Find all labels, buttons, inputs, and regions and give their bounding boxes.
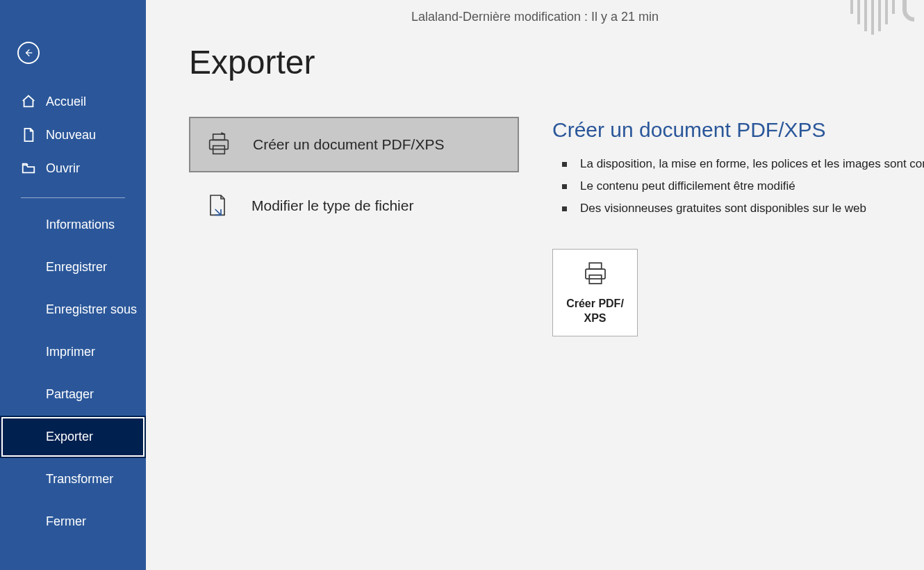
option-label: Créer un document PDF/XPS — [253, 136, 444, 153]
svg-rect-7 — [213, 134, 225, 140]
sidebar-item-info[interactable]: Informations — [0, 204, 146, 246]
option-label: Modifier le type de fichier — [251, 197, 413, 214]
details-title: Créer un document PDF/XPS — [552, 118, 924, 142]
option-change-file-type[interactable]: Modifier le type de fichier — [189, 178, 519, 234]
backstage-sidebar: Accueil Nouveau Ouvrir Informations Enre… — [0, 0, 146, 570]
sidebar-item-label: Enregistrer — [46, 260, 107, 275]
printer-icon — [201, 127, 236, 162]
printer-icon — [581, 259, 610, 288]
sidebar-item-label: Nouveau — [46, 128, 96, 142]
details-bullet-list: La disposition, la mise en forme, les po… — [552, 157, 924, 215]
create-pdf-xps-button[interactable]: Créer PDF/XPS — [552, 249, 638, 336]
new-document-icon — [21, 127, 36, 142]
sidebar-item-save[interactable]: Enregistrer — [0, 246, 146, 288]
sidebar-item-label: Transformer — [46, 472, 113, 487]
sidebar-item-print[interactable]: Imprimer — [0, 331, 146, 373]
home-icon — [21, 94, 36, 109]
sidebar-item-label: Fermer — [46, 514, 86, 529]
back-button[interactable] — [17, 42, 40, 64]
main-content: Créer un document PDF/XPS Modifier le ty… — [146, 0, 924, 570]
svg-rect-11 — [586, 269, 605, 279]
sidebar-item-transform[interactable]: Transformer — [0, 458, 146, 500]
arrow-left-icon — [23, 47, 34, 58]
sidebar-item-label: Imprimer — [46, 345, 95, 359]
details-bullet: La disposition, la mise en forme, les po… — [552, 157, 924, 171]
svg-rect-10 — [589, 263, 602, 269]
sidebar-item-label: Enregistrer sous — [46, 302, 137, 317]
export-options-column: Créer un document PDF/XPS Modifier le ty… — [146, 0, 518, 570]
sidebar-item-label: Informations — [46, 218, 115, 232]
sidebar-item-label: Partager — [46, 387, 94, 402]
sidebar-item-label: Ouvrir — [46, 161, 80, 176]
open-folder-icon — [21, 161, 36, 176]
sidebar-item-saveas[interactable]: Enregistrer sous — [0, 288, 146, 331]
sidebar-divider — [21, 197, 125, 198]
export-details-column: Créer un document PDF/XPS La disposition… — [518, 0, 924, 570]
svg-rect-8 — [210, 140, 229, 149]
details-bullet: Des visionneuses gratuites sont disponib… — [552, 202, 924, 215]
details-bullet: Le contenu peut difficilement être modif… — [552, 179, 924, 193]
sidebar-item-label: Accueil — [46, 95, 86, 109]
sidebar-item-share[interactable]: Partager — [0, 373, 146, 416]
sidebar-item-home[interactable]: Accueil — [0, 85, 146, 118]
sidebar-item-new[interactable]: Nouveau — [0, 118, 146, 152]
sidebar-item-close[interactable]: Fermer — [0, 500, 146, 543]
option-create-pdf-xps[interactable]: Créer un document PDF/XPS — [189, 117, 519, 172]
sidebar-item-open[interactable]: Ouvrir — [0, 152, 146, 185]
change-file-type-icon — [200, 188, 235, 223]
create-button-label: Créer PDF/XPS — [566, 297, 624, 326]
sidebar-item-export[interactable]: Exporter — [0, 416, 146, 458]
sidebar-item-label: Exporter — [46, 430, 93, 444]
decorative-artwork — [848, 0, 924, 45]
page-title: Exporter — [189, 43, 315, 81]
